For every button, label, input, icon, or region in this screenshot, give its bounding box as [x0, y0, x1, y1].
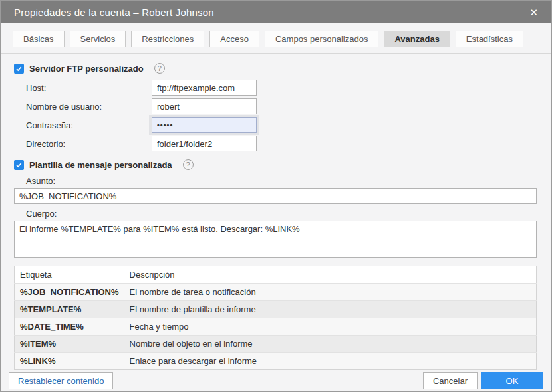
tag-column-header: Etiqueta — [15, 266, 124, 284]
checkmark-icon — [15, 161, 23, 169]
directory-label: Directorio: — [26, 139, 152, 149]
password-row: Contraseña: — [26, 117, 537, 133]
tab-campos-personalizados[interactable]: Campos personalizados — [265, 31, 378, 47]
tab-content-avanzadas: Servidor FTP personalizado ? Host: Nombr… — [1, 54, 551, 370]
description-cell: El nombre de plantilla de informe — [124, 301, 537, 318]
description-column-header: Descripción — [124, 266, 537, 284]
password-input[interactable] — [152, 117, 257, 133]
checkmark-icon — [15, 65, 23, 72]
subject-label: Asunto: — [26, 176, 537, 186]
reset-content-button[interactable]: Restablecer contenido — [9, 372, 113, 389]
body-label: Cuerpo: — [26, 209, 537, 219]
template-section-header: Plantilla de mensaje personalizada ? — [14, 159, 537, 170]
tab-servicios[interactable]: Servicios — [70, 31, 126, 47]
tab-acceso[interactable]: Acceso — [209, 31, 259, 47]
host-row: Host: — [26, 80, 537, 96]
description-cell: Nombre del objeto en el informe — [124, 336, 537, 353]
host-input[interactable] — [152, 80, 257, 96]
username-input[interactable] — [152, 98, 257, 114]
description-cell: Enlace para descargar el informe — [124, 353, 537, 370]
template-checkbox-label[interactable]: Plantilla de mensaje personalizada — [29, 160, 172, 170]
ok-button[interactable]: OK — [481, 372, 543, 389]
dialog-footer: Restablecer contenido Cancelar OK — [1, 370, 551, 392]
tab-basicas[interactable]: Básicas — [13, 31, 65, 47]
help-icon[interactable]: ? — [154, 63, 165, 74]
password-label: Contraseña: — [26, 120, 152, 130]
username-row: Nombre de usuario: — [26, 98, 537, 114]
body-textarea[interactable]: El informe %TEMPLATE% para %ITEM% está l… — [14, 221, 537, 258]
table-row: %ITEM% Nombre del objeto en el informe — [15, 336, 537, 353]
tag-cell: %LINK% — [15, 353, 124, 370]
directory-input[interactable] — [152, 136, 257, 151]
tab-avanzadas[interactable]: Avanzadas — [384, 31, 450, 47]
template-checkbox[interactable] — [14, 160, 24, 170]
tab-bar: Básicas Servicios Restricciones Acceso C… — [1, 23, 551, 54]
host-label: Host: — [26, 83, 152, 93]
table-row: %DATE_TIME% Fecha y tiempo — [15, 318, 537, 336]
cancel-button[interactable]: Cancelar — [423, 372, 478, 389]
subject-input[interactable] — [14, 188, 537, 204]
ftp-checkbox[interactable] — [14, 64, 24, 74]
username-label: Nombre de usuario: — [26, 102, 152, 112]
tab-restricciones[interactable]: Restricciones — [131, 31, 204, 47]
close-icon[interactable]: ✕ — [525, 5, 542, 20]
tag-cell: %ITEM% — [15, 336, 124, 353]
titlebar: Propiedades de la cuenta – Robert Johnso… — [1, 1, 551, 23]
table-row: %LINK% Enlace para descargar el informe — [15, 353, 537, 370]
password-highlight — [149, 115, 259, 135]
table-row: %JOB_NOTIFICATION% El nombre de tarea o … — [15, 284, 537, 301]
tag-cell: %JOB_NOTIFICATION% — [15, 284, 124, 301]
ftp-checkbox-label[interactable]: Servidor FTP personalizado — [29, 64, 144, 74]
tags-table: Etiqueta Descripción %JOB_NOTIFICATION% … — [14, 266, 537, 370]
ftp-section-header: Servidor FTP personalizado ? — [14, 63, 537, 74]
description-cell: Fecha y tiempo — [124, 318, 537, 336]
tag-cell: %TEMPLATE% — [15, 301, 124, 318]
table-row: %TEMPLATE% El nombre de plantilla de inf… — [15, 301, 537, 318]
tag-cell: %DATE_TIME% — [15, 318, 124, 336]
account-properties-dialog: Propiedades de la cuenta – Robert Johnso… — [0, 0, 552, 392]
tags-table-header-row: Etiqueta Descripción — [15, 266, 537, 284]
tab-estadisticas[interactable]: Estadísticas — [456, 31, 523, 47]
directory-row: Directorio: — [26, 136, 537, 151]
help-icon[interactable]: ? — [183, 159, 194, 170]
dialog-title: Propiedades de la cuenta – Robert Johnso… — [14, 7, 214, 18]
description-cell: El nombre de tarea o notificación — [124, 284, 537, 301]
